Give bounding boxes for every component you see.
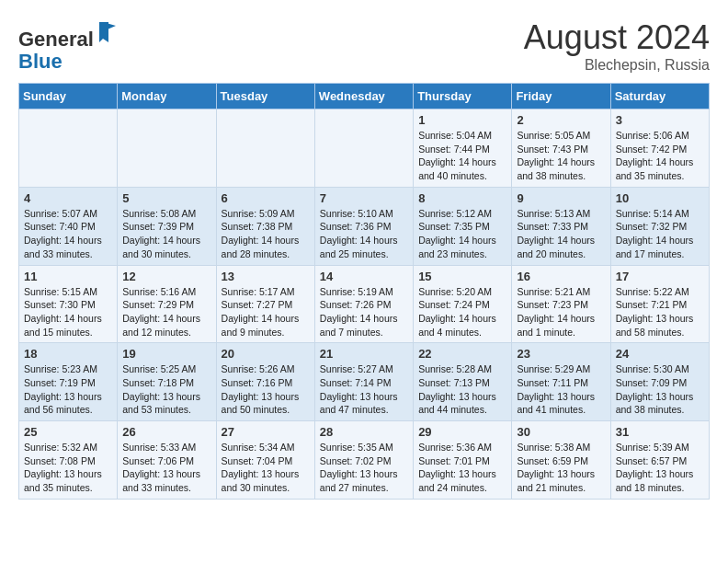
location-subtitle: Blechepsin, Russia	[524, 57, 710, 74]
header-monday: Monday	[118, 84, 216, 109]
day-number: 2	[517, 113, 605, 127]
header-tuesday: Tuesday	[216, 84, 314, 109]
calendar-cell: 9Sunrise: 5:13 AM Sunset: 7:33 PM Daylig…	[512, 187, 610, 265]
day-info: Sunrise: 5:05 AM Sunset: 7:43 PM Dayligh…	[517, 129, 605, 183]
day-info: Sunrise: 5:14 AM Sunset: 7:32 PM Dayligh…	[616, 207, 704, 261]
day-number: 28	[320, 425, 408, 439]
day-number: 21	[320, 347, 408, 361]
calendar-cell: 20Sunrise: 5:26 AM Sunset: 7:16 PM Dayli…	[216, 343, 314, 421]
day-info: Sunrise: 5:06 AM Sunset: 7:42 PM Dayligh…	[616, 129, 704, 183]
day-info: Sunrise: 5:39 AM Sunset: 6:57 PM Dayligh…	[616, 441, 704, 495]
day-number: 16	[517, 270, 605, 283]
calendar-cell: 21Sunrise: 5:27 AM Sunset: 7:14 PM Dayli…	[314, 343, 413, 421]
day-info: Sunrise: 5:35 AM Sunset: 7:02 PM Dayligh…	[320, 441, 408, 495]
calendar-cell: 11Sunrise: 5:15 AM Sunset: 7:30 PM Dayli…	[19, 265, 118, 343]
day-info: Sunrise: 5:32 AM Sunset: 7:08 PM Dayligh…	[24, 441, 112, 495]
day-info: Sunrise: 5:28 AM Sunset: 7:13 PM Dayligh…	[418, 362, 506, 417]
day-number: 30	[517, 425, 605, 439]
day-number: 13	[222, 270, 310, 283]
calendar-cell: 19Sunrise: 5:25 AM Sunset: 7:18 PM Dayli…	[118, 343, 216, 421]
calendar-cell	[216, 109, 314, 188]
title-block: August 2024 Blechepsin, Russia	[524, 18, 710, 74]
day-number: 9	[517, 191, 605, 205]
day-info: Sunrise: 5:30 AM Sunset: 7:09 PM Dayligh…	[616, 362, 704, 417]
calendar-cell: 25Sunrise: 5:32 AM Sunset: 7:08 PM Dayli…	[19, 421, 118, 500]
day-info: Sunrise: 5:10 AM Sunset: 7:36 PM Dayligh…	[320, 207, 408, 261]
day-info: Sunrise: 5:34 AM Sunset: 7:04 PM Dayligh…	[222, 441, 310, 495]
day-number: 15	[418, 270, 506, 283]
calendar-cell: 18Sunrise: 5:23 AM Sunset: 7:19 PM Dayli…	[19, 343, 118, 421]
calendar-cell: 4Sunrise: 5:07 AM Sunset: 7:40 PM Daylig…	[19, 187, 118, 265]
day-info: Sunrise: 5:15 AM Sunset: 7:30 PM Dayligh…	[24, 285, 112, 339]
day-number: 12	[122, 270, 210, 283]
day-info: Sunrise: 5:27 AM Sunset: 7:14 PM Dayligh…	[320, 362, 408, 417]
calendar-cell: 15Sunrise: 5:20 AM Sunset: 7:24 PM Dayli…	[414, 265, 512, 343]
calendar-cell: 6Sunrise: 5:09 AM Sunset: 7:38 PM Daylig…	[216, 187, 314, 265]
day-info: Sunrise: 5:23 AM Sunset: 7:19 PM Dayligh…	[24, 362, 112, 417]
calendar-header-row: SundayMondayTuesdayWednesdayThursdayFrid…	[19, 84, 710, 109]
day-number: 27	[222, 425, 310, 439]
calendar-cell: 13Sunrise: 5:17 AM Sunset: 7:27 PM Dayli…	[216, 265, 314, 343]
day-info: Sunrise: 5:25 AM Sunset: 7:18 PM Dayligh…	[122, 362, 210, 417]
day-number: 19	[122, 347, 210, 361]
calendar-cell: 22Sunrise: 5:28 AM Sunset: 7:13 PM Dayli…	[414, 343, 512, 421]
calendar-cell: 26Sunrise: 5:33 AM Sunset: 7:06 PM Dayli…	[118, 421, 216, 500]
calendar-cell: 29Sunrise: 5:36 AM Sunset: 7:01 PM Dayli…	[414, 421, 512, 500]
calendar-cell: 7Sunrise: 5:10 AM Sunset: 7:36 PM Daylig…	[314, 187, 413, 265]
day-number: 24	[616, 347, 704, 361]
logo-flag-icon	[96, 18, 123, 46]
calendar-cell: 30Sunrise: 5:38 AM Sunset: 6:59 PM Dayli…	[512, 421, 610, 500]
header-thursday: Thursday	[414, 84, 512, 109]
day-number: 7	[320, 191, 408, 205]
day-number: 18	[24, 347, 112, 361]
day-info: Sunrise: 5:04 AM Sunset: 7:44 PM Dayligh…	[418, 129, 506, 183]
header-wednesday: Wednesday	[314, 84, 413, 109]
day-number: 8	[418, 191, 506, 205]
day-number: 31	[616, 425, 704, 439]
calendar-cell: 14Sunrise: 5:19 AM Sunset: 7:26 PM Dayli…	[314, 265, 413, 343]
day-number: 10	[616, 191, 704, 205]
calendar-table: SundayMondayTuesdayWednesdayThursdayFrid…	[18, 83, 710, 500]
calendar-cell: 1Sunrise: 5:04 AM Sunset: 7:44 PM Daylig…	[414, 109, 512, 188]
calendar-cell: 17Sunrise: 5:22 AM Sunset: 7:21 PM Dayli…	[610, 265, 709, 343]
logo: General Blue	[18, 18, 123, 73]
logo-blue: Blue	[18, 50, 63, 73]
calendar-cell: 23Sunrise: 5:29 AM Sunset: 7:11 PM Dayli…	[512, 343, 610, 421]
calendar-cell	[118, 109, 216, 188]
day-number: 1	[418, 113, 506, 127]
day-number: 20	[222, 347, 310, 361]
day-info: Sunrise: 5:13 AM Sunset: 7:33 PM Dayligh…	[517, 207, 605, 261]
day-number: 26	[122, 425, 210, 439]
calendar-week-row: 18Sunrise: 5:23 AM Sunset: 7:19 PM Dayli…	[19, 343, 710, 421]
day-info: Sunrise: 5:08 AM Sunset: 7:39 PM Dayligh…	[122, 207, 210, 261]
calendar-cell: 5Sunrise: 5:08 AM Sunset: 7:39 PM Daylig…	[118, 187, 216, 265]
day-info: Sunrise: 5:36 AM Sunset: 7:01 PM Dayligh…	[418, 441, 506, 495]
calendar-cell: 27Sunrise: 5:34 AM Sunset: 7:04 PM Dayli…	[216, 421, 314, 500]
day-info: Sunrise: 5:16 AM Sunset: 7:29 PM Dayligh…	[122, 285, 210, 339]
day-number: 22	[418, 347, 506, 361]
calendar-cell: 28Sunrise: 5:35 AM Sunset: 7:02 PM Dayli…	[314, 421, 413, 500]
calendar-cell: 10Sunrise: 5:14 AM Sunset: 7:32 PM Dayli…	[610, 187, 709, 265]
day-info: Sunrise: 5:26 AM Sunset: 7:16 PM Dayligh…	[222, 362, 310, 417]
month-year-title: August 2024	[524, 18, 710, 57]
day-info: Sunrise: 5:22 AM Sunset: 7:21 PM Dayligh…	[616, 285, 704, 339]
day-info: Sunrise: 5:20 AM Sunset: 7:24 PM Dayligh…	[418, 285, 506, 339]
page-header: General Blue August 2024 Blechepsin, Rus…	[18, 18, 710, 74]
calendar-week-row: 4Sunrise: 5:07 AM Sunset: 7:40 PM Daylig…	[19, 187, 710, 265]
calendar-week-row: 25Sunrise: 5:32 AM Sunset: 7:08 PM Dayli…	[19, 421, 710, 500]
day-info: Sunrise: 5:29 AM Sunset: 7:11 PM Dayligh…	[517, 362, 605, 417]
day-info: Sunrise: 5:09 AM Sunset: 7:38 PM Dayligh…	[222, 207, 310, 261]
calendar-cell	[314, 109, 413, 188]
calendar-cell: 16Sunrise: 5:21 AM Sunset: 7:23 PM Dayli…	[512, 265, 610, 343]
calendar-cell: 2Sunrise: 5:05 AM Sunset: 7:43 PM Daylig…	[512, 109, 610, 188]
header-saturday: Saturday	[610, 84, 709, 109]
header-friday: Friday	[512, 84, 610, 109]
calendar-cell	[19, 109, 118, 188]
day-info: Sunrise: 5:07 AM Sunset: 7:40 PM Dayligh…	[24, 207, 112, 261]
calendar-week-row: 11Sunrise: 5:15 AM Sunset: 7:30 PM Dayli…	[19, 265, 710, 343]
day-info: Sunrise: 5:21 AM Sunset: 7:23 PM Dayligh…	[517, 285, 605, 339]
day-info: Sunrise: 5:12 AM Sunset: 7:35 PM Dayligh…	[418, 207, 506, 261]
header-sunday: Sunday	[19, 84, 118, 109]
day-number: 11	[24, 270, 112, 283]
day-info: Sunrise: 5:38 AM Sunset: 6:59 PM Dayligh…	[517, 441, 605, 495]
